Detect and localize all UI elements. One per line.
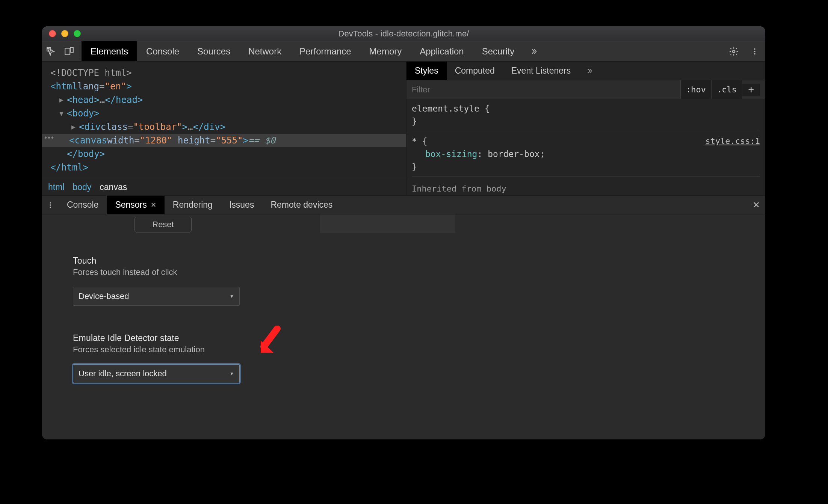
dom-div-toolbar[interactable]: ▶<div class="toolbar">…</div>	[50, 120, 402, 134]
svg-point-8	[50, 204, 51, 205]
new-style-rule-button[interactable]: +	[742, 84, 760, 96]
dom-canvas-selected[interactable]: <canvas width="1280" height="555"> == $0	[42, 134, 406, 147]
devtools-window: DevTools - idle-detection.glitch.me/ Ele…	[42, 26, 765, 439]
drawer-tab-console[interactable]: Console	[59, 196, 107, 214]
device-mode-icon[interactable]	[60, 41, 78, 61]
idle-description: Forces selected idle state emulation	[73, 345, 240, 355]
rule-source-link[interactable]: style.css:1	[705, 135, 760, 148]
tab-network[interactable]: Network	[239, 41, 290, 61]
idle-detector-section: Emulate Idle Detector state Forces selec…	[73, 333, 240, 383]
crumb-body[interactable]: body	[73, 182, 91, 192]
idle-select-value: User idle, screen locked	[79, 369, 167, 379]
drawer-tab-rendering[interactable]: Rendering	[165, 196, 221, 214]
drawer-tabs: Console Sensors✕ Rendering Issues Remote…	[42, 196, 765, 214]
dom-html-close[interactable]: </html>	[50, 161, 402, 174]
hov-toggle[interactable]: :hov	[680, 80, 711, 99]
sidebar-tab-computed[interactable]: Computed	[447, 62, 503, 80]
idle-state-select[interactable]: User idle, screen locked ▼	[73, 364, 240, 383]
drawer-menu-kebab-icon[interactable]	[42, 196, 59, 214]
svg-point-3	[733, 50, 735, 53]
settings-gear-icon[interactable]	[723, 41, 744, 61]
more-tabs-icon[interactable]	[523, 41, 544, 61]
sidebar-tab-event-listeners[interactable]: Event Listeners	[503, 62, 579, 80]
annotation-arrow-icon	[258, 326, 281, 355]
tab-security[interactable]: Security	[473, 41, 524, 61]
svg-point-7	[50, 202, 51, 203]
orientation-reset-button[interactable]: Reset	[134, 217, 192, 232]
sidebar-tab-styles[interactable]: Styles	[406, 62, 447, 80]
chevron-down-icon: ▼	[230, 294, 234, 299]
svg-point-6	[754, 53, 755, 54]
dom-doctype[interactable]: <!DOCTYPE html>	[50, 66, 402, 80]
dom-body-open[interactable]: ▼<body>	[50, 107, 402, 120]
drawer-tab-sensors[interactable]: Sensors✕	[107, 196, 164, 214]
dom-tree-pane[interactable]: ••• <!DOCTYPE html> <html lang="en"> ▶<h…	[42, 62, 406, 195]
svg-point-9	[50, 207, 51, 208]
cls-toggle[interactable]: .cls	[711, 80, 742, 99]
idle-title: Emulate Idle Detector state	[73, 333, 240, 343]
drawer-close-icon[interactable]: ✕	[747, 196, 765, 214]
elements-panel: ••• <!DOCTYPE html> <html lang="en"> ▶<h…	[42, 62, 765, 195]
toolbar-divider	[80, 44, 80, 59]
svg-rect-1	[65, 48, 70, 54]
dom-tree[interactable]: <!DOCTYPE html> <html lang="en"> ▶<head>…	[42, 62, 406, 179]
tab-performance[interactable]: Performance	[290, 41, 360, 61]
dom-html-open[interactable]: <html lang="en">	[50, 80, 402, 93]
styles-filter-bar: :hov .cls +	[406, 80, 765, 99]
tab-application[interactable]: Application	[411, 41, 473, 61]
tab-memory[interactable]: Memory	[360, 41, 411, 61]
inherited-from-label: Inherited from body	[412, 180, 760, 195]
svg-point-4	[754, 48, 755, 50]
touch-section: Touch Forces touch instead of click Devi…	[73, 256, 240, 306]
touch-title: Touch	[73, 256, 240, 266]
rule-element-style[interactable]: element.style { }	[412, 102, 760, 131]
tab-elements[interactable]: Elements	[82, 41, 137, 61]
dom-head[interactable]: ▶<head>…</head>	[50, 93, 402, 107]
dom-breadcrumbs: html body canvas	[42, 179, 406, 195]
crumb-canvas[interactable]: canvas	[100, 182, 127, 192]
styles-tabs: Styles Computed Event Listeners	[406, 62, 765, 80]
inspect-element-icon[interactable]	[42, 41, 60, 61]
close-icon[interactable]: ✕	[151, 201, 156, 209]
sensors-panel[interactable]: Reset Touch Forces touch instead of clic…	[42, 214, 765, 439]
disabled-field-placeholder	[320, 214, 455, 233]
tab-sources[interactable]: Sources	[188, 41, 239, 61]
drawer-tab-remote[interactable]: Remote devices	[262, 196, 341, 214]
touch-select[interactable]: Device-based ▼	[73, 287, 240, 306]
main-toolbar: Elements Console Sources Network Perform…	[42, 41, 765, 62]
dom-body-close[interactable]: </body>	[50, 147, 402, 161]
styles-filter-input[interactable]	[406, 85, 680, 95]
drawer: Console Sensors✕ Rendering Issues Remote…	[42, 195, 765, 439]
tab-console[interactable]: Console	[137, 41, 188, 61]
styles-pane: Styles Computed Event Listeners :hov .cl…	[406, 62, 765, 195]
row-overflow-dots-icon[interactable]: •••	[44, 133, 54, 142]
crumb-html[interactable]: html	[48, 182, 64, 192]
main-menu-kebab-icon[interactable]	[744, 41, 765, 61]
svg-point-5	[754, 51, 755, 52]
sidebar-more-tabs-icon[interactable]	[579, 62, 600, 80]
window-title: DevTools - idle-detection.glitch.me/	[42, 29, 765, 39]
svg-rect-2	[70, 47, 73, 52]
window-titlebar: DevTools - idle-detection.glitch.me/	[42, 26, 765, 41]
drawer-tab-issues[interactable]: Issues	[221, 196, 262, 214]
rule-universal[interactable]: style.css:1 * { box-sizing: border-box; …	[412, 135, 760, 177]
chevron-down-icon: ▼	[230, 371, 234, 376]
touch-select-value: Device-based	[79, 291, 129, 301]
main-panel-tabs: Elements Console Sources Network Perform…	[82, 41, 523, 61]
style-rules[interactable]: element.style { } style.css:1 * { box-si…	[406, 99, 765, 195]
touch-description: Forces touch instead of click	[73, 267, 240, 277]
